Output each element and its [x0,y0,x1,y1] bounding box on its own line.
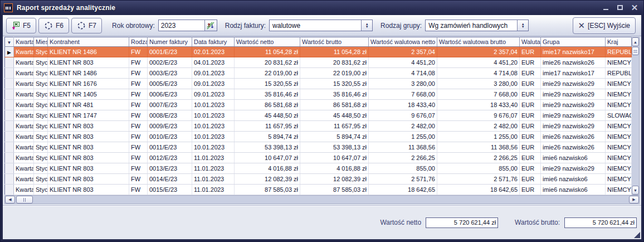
cell-kraj[interactable]: NIEMCY [606,185,632,195]
cell-kraj[interactable]: NIEMCY [606,153,632,163]
combo-updown-icon[interactable]: ▲▼ [361,20,372,31]
cell-rodzaj[interactable]: FW [129,79,148,89]
column-header-kraj[interactable]: Kraj [606,37,632,47]
cell-kontrahent[interactable]: KLIENT NR 1486 [48,68,129,79]
cell-numer_faktury[interactable]: 0008/E/23 [148,110,192,121]
cell-waluta[interactable]: EUR [520,153,541,163]
column-header-wartosc_walutowa_netto[interactable]: Wartość walutowa netto [369,37,437,47]
cell-miesiac[interactable]: Stycze [34,68,48,79]
cell-wartosc_netto[interactable]: 35 816,46 zł [235,89,300,100]
cell-wartosc_walutowa_brutto[interactable]: 1 255,00 [437,132,520,142]
cell-kwartal[interactable]: Kwarta [14,142,34,153]
cell-wartosc_netto[interactable]: 15 320,55 zł [235,79,300,89]
cell-kraj[interactable]: REPUBLI [606,47,632,57]
cell-wartosc_brutto[interactable]: 35 816,46 zł [300,89,369,100]
cell-numer_faktury[interactable]: 0009/E/23 [148,121,192,132]
row-selector-cell[interactable] [5,57,14,68]
table-row[interactable]: KwartaStyczeKLIENT NR 803FW0011/E/2310.0… [5,142,632,153]
cell-numer_faktury[interactable]: 0007/E/23 [148,100,192,110]
horizontal-scrollbar[interactable]: ◀ ▶ [4,195,640,204]
cell-wartosc_netto[interactable]: 10 647,07 zł [235,153,300,163]
cell-grupa[interactable]: imie29 nazwisko29 [541,121,606,132]
cell-rodzaj[interactable]: FW [129,68,148,79]
cell-miesiac[interactable]: Stycze [34,174,48,185]
cell-kontrahent[interactable]: KLIENT NR 803 [48,163,129,174]
row-selector-cell[interactable] [5,100,14,110]
cell-numer_faktury[interactable]: 0010/E/23 [148,132,192,142]
cell-wartosc_netto[interactable]: 87 585,03 zł [235,185,300,195]
cell-waluta[interactable]: EUR [520,57,541,68]
cell-wartosc_netto[interactable]: 86 581,68 zł [235,100,300,110]
cell-miesiac[interactable]: Stycze [34,185,48,195]
cell-data_faktury[interactable]: 11.01.2023 [192,185,235,195]
cell-wartosc_brutto[interactable]: 45 448,50 zł [300,110,369,121]
excel-f5-button[interactable]: F5 [6,18,36,33]
cell-rodzaj[interactable]: FW [129,153,148,163]
cell-grupa[interactable]: imie26 nazwisko26 [541,132,606,142]
cell-waluta[interactable]: EUR [520,100,541,110]
cell-wartosc_walutowa_netto[interactable]: 2 482,00 [369,121,437,132]
cell-data_faktury[interactable]: 11.01.2023 [192,163,235,174]
cell-kontrahent[interactable]: KLIENT NR 803 [48,153,129,163]
cell-rodzaj[interactable]: FW [129,174,148,185]
cell-grupa[interactable]: imie6 nazwisko6 [541,174,606,185]
resize-grip[interactable] [634,232,640,238]
cell-kontrahent[interactable]: KLIENT NR 1486 [48,47,129,57]
cell-wartosc_walutowa_brutto[interactable]: 18 433,40 [437,100,520,110]
cell-kraj[interactable]: NIEMCY [606,174,632,185]
cell-wartosc_walutowa_brutto[interactable]: 2 266,25 [437,153,520,163]
row-selector-cell[interactable] [5,185,14,195]
row-selector-cell[interactable] [5,142,14,153]
vertical-scrollbar[interactable]: ▲ ▼ [632,37,640,195]
cell-kontrahent[interactable]: KLIENT NR 481 [48,100,129,110]
cell-wartosc_netto[interactable]: 5 894,74 zł [235,132,300,142]
table-row[interactable]: KwartaStyczeKLIENT NR 803FW0013/E/2311.0… [5,163,632,174]
cell-data_faktury[interactable]: 11.01.2023 [192,153,235,163]
cell-numer_faktury[interactable]: 0013/E/23 [148,163,192,174]
cell-data_faktury[interactable]: 09.01.2023 [192,89,235,100]
cell-waluta[interactable]: EUR [520,68,541,79]
cell-grupa[interactable]: imie26 nazwisko26 [541,57,606,68]
column-header-wartosc_walutowa_brutto[interactable]: Wartość walutowa brutto [437,37,520,47]
cell-wartosc_brutto[interactable]: 20 831,62 zł [300,57,369,68]
table-row[interactable]: KwartaStyczeKLIENT NR 803FW0012/E/2311.0… [5,153,632,163]
cell-kontrahent[interactable]: KLIENT NR 803 [48,142,129,153]
cell-rodzaj[interactable]: FW [129,142,148,153]
cell-wartosc_walutowa_netto[interactable]: 855,00 [369,163,437,174]
cell-kwartal[interactable]: Kwarta [14,132,34,142]
cell-wartosc_walutowa_netto[interactable]: 18 642,65 [369,185,437,195]
cell-kraj[interactable]: NIEMCY [606,100,632,110]
cell-wartosc_netto[interactable]: 20 831,62 zł [235,57,300,68]
close-button[interactable]: ✕ [630,4,639,12]
cell-kwartal[interactable]: Kwarta [14,100,34,110]
row-selector-cell[interactable] [5,132,14,142]
cell-waluta[interactable]: EUR [520,185,541,195]
column-header-rodzaj[interactable]: Rodzaj [129,37,148,47]
column-header-kontrahent[interactable]: Kontrahent [48,37,129,47]
cell-numer_faktury[interactable]: 0011/E/23 [148,142,192,153]
cell-miesiac[interactable]: Stycze [34,57,48,68]
cell-kraj[interactable]: NIEMCY [606,163,632,174]
cell-wartosc_netto[interactable]: 11 054,28 zł [235,47,300,57]
refresh-f6-button[interactable]: F6 [38,18,69,33]
cell-wartosc_walutowa_brutto[interactable]: 11 368,56 [437,142,520,153]
cell-wartosc_walutowa_netto[interactable]: 7 668,00 [369,89,437,100]
cell-miesiac[interactable]: Stycze [34,79,48,89]
cell-wartosc_brutto[interactable]: 10 647,07 zł [300,153,369,163]
cell-grupa[interactable]: imie6 nazwisko6 [541,153,606,163]
cell-miesiac[interactable]: Stycze [34,132,48,142]
cell-miesiac[interactable]: Stycze [34,153,48,163]
combo-updown-icon[interactable]: ▲▼ [517,20,528,31]
scroll-right-button[interactable]: ▶ [629,196,639,204]
cell-rodzaj[interactable]: FW [129,132,148,142]
cell-wartosc_walutowa_brutto[interactable]: 3 280,00 [437,79,520,89]
cell-rodzaj[interactable]: FW [129,163,148,174]
column-header-data_faktury[interactable]: Data faktury [192,37,235,47]
row-selector-cell[interactable] [5,163,14,174]
cell-waluta[interactable]: EUR [520,132,541,142]
cell-wartosc_walutowa_brutto[interactable]: 2 571,76 [437,174,520,185]
cell-wartosc_walutowa_netto[interactable]: 18 433,40 [369,100,437,110]
cell-wartosc_walutowa_netto[interactable]: 2 571,76 [369,174,437,185]
cell-waluta[interactable]: EUR [520,79,541,89]
cell-wartosc_walutowa_netto[interactable]: 2 357,04 [369,47,437,57]
